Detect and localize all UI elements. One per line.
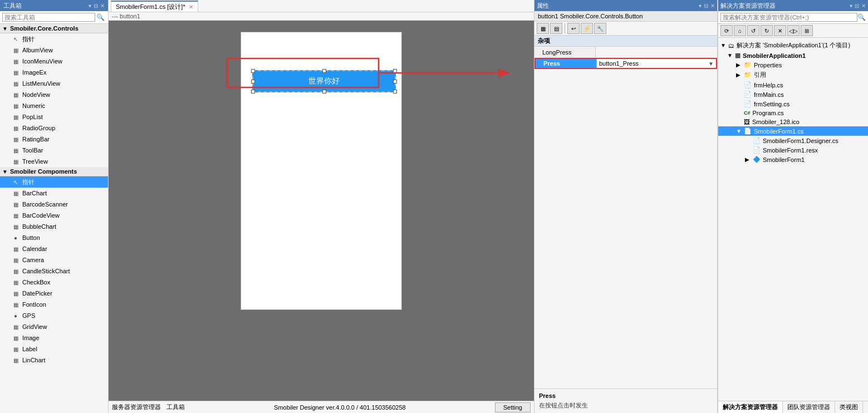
toolbox-item-button[interactable]: ● Button: [0, 232, 108, 243]
toolbox-search-button[interactable]: 🔍: [95, 13, 106, 21]
toolbox-item-linchart[interactable]: ▦ LinChart: [0, 355, 108, 366]
sol-item-properties[interactable]: ▶ 📁 Properties: [718, 60, 868, 70]
setting-button[interactable]: Setting: [495, 402, 531, 412]
sol-item-smobilerform1[interactable]: ▼ 📄 SmobilerForm1.cs: [718, 126, 868, 136]
toolbox-item-fonticon[interactable]: ▦ FontIcon: [0, 299, 108, 310]
sol-toolbar-btn-4[interactable]: ↻: [761, 25, 773, 36]
toolbox-item-toolbar[interactable]: ▦ ToolBar: [0, 145, 108, 156]
resize-handle-bl[interactable]: [251, 90, 255, 94]
solution-search-button[interactable]: 🔍: [857, 13, 866, 21]
resize-handle-r[interactable]: [393, 80, 397, 83]
prop-longpress-value[interactable]: [596, 47, 717, 57]
prop-longpress-input[interactable]: [598, 49, 715, 56]
sol-item-program[interactable]: C# Program.cs: [718, 109, 868, 117]
toolbox-item-calendar[interactable]: ▦ Calendar: [0, 243, 108, 254]
tab-close-btn[interactable]: ✕: [189, 4, 193, 10]
toolbox-item-camera[interactable]: ▦ Camera: [0, 254, 108, 266]
prop-toolbar-list-btn[interactable]: ▤: [550, 23, 562, 34]
solution-dock-btn[interactable]: ⊟: [855, 3, 859, 9]
sol-toolbar-btn-5[interactable]: ✕: [774, 25, 786, 36]
prop-toolbar-settings-btn[interactable]: 🔧: [594, 23, 606, 34]
solution-search-input[interactable]: [720, 13, 857, 22]
solution-close-btn[interactable]: ✕: [861, 3, 866, 9]
prop-press-value[interactable]: button1_Press ▼: [597, 59, 716, 68]
toolbar-label: ToolBar: [22, 147, 43, 154]
toolbox-item-barchart[interactable]: ▦ BarChart: [0, 188, 108, 199]
toolbox-dock-btn[interactable]: ⊟: [94, 3, 98, 9]
toolbox-item-datepicker[interactable]: ▦ DatePicker: [0, 288, 108, 299]
pointer2-icon: ↖: [11, 178, 20, 186]
toolbox-item-image[interactable]: ▦ Image: [0, 332, 108, 343]
toolbox-item-iconmenuview[interactable]: ▦ IconMenuView: [0, 56, 108, 67]
sol-item-frmmain[interactable]: 📄 frmMain.cs: [718, 90, 868, 99]
status-toolbox[interactable]: 工具箱: [166, 403, 185, 411]
prop-footer-desc: 在按钮点击时发生: [539, 401, 713, 410]
toolbox-item-candlestickchart[interactable]: ▦ CandleStickChart: [0, 266, 108, 277]
toolbox-item-gridview[interactable]: ▦ GridView: [0, 321, 108, 332]
selected-button[interactable]: 世界你好: [252, 70, 396, 92]
gridview-label: GridView: [22, 323, 47, 330]
solution-pin-btn[interactable]: ▾: [850, 3, 852, 9]
designer-canvas[interactable]: 世界你好: [109, 21, 534, 401]
sol-item-frmhelp[interactable]: 📄 frmHelp.cs: [718, 80, 868, 90]
sol-item-smobilerform1-node[interactable]: ▶ 🔷 SmobilerForm1: [718, 155, 868, 164]
sol-item-ico[interactable]: 🖼 Smobiler_128.ico: [718, 117, 868, 126]
toolbox-close-btn[interactable]: ✕: [100, 3, 105, 9]
properties-dock-btn[interactable]: ⊟: [704, 3, 708, 9]
resize-handle-tr[interactable]: [393, 69, 397, 73]
sol-toolbar-btn-7[interactable]: ⊞: [801, 25, 813, 36]
toolbox-item-treeview[interactable]: ▦ TreeView: [0, 156, 108, 167]
prop-row-longpress[interactable]: LongPress: [534, 47, 717, 58]
toolbox-group-core[interactable]: ▼ Smobiler.Core.Controls: [0, 24, 108, 33]
prop-press-dropdown-arrow[interactable]: ▼: [708, 61, 714, 67]
sol-toolbar-btn-2[interactable]: ⌂: [734, 25, 746, 36]
toolbox-item-radiogroup[interactable]: ▦ RadioGroup: [0, 122, 108, 134]
prop-toolbar-grid-btn[interactable]: ▦: [537, 23, 549, 34]
properties-pin-btn[interactable]: ▾: [699, 3, 702, 9]
resize-handle-l[interactable]: [251, 80, 255, 83]
toolbox-item-pointer1[interactable]: ↖ 指针: [0, 33, 108, 45]
sol-tab-class[interactable]: 类视图: [835, 401, 863, 413]
properties-close-btn[interactable]: ✕: [710, 3, 715, 9]
tab-designer[interactable]: SmobilerForm1.cs [设计]* ✕: [111, 1, 198, 12]
toolbox-item-imageex[interactable]: ▦ ImageEx: [0, 67, 108, 78]
toolbox-item-bubblechart[interactable]: ▦ BubbleChart: [0, 221, 108, 232]
prop-row-press-highlighted[interactable]: Press button1_Press ▼: [534, 58, 717, 69]
toolbox-pin-btn[interactable]: ▾: [89, 3, 91, 9]
calendar-label: Calendar: [22, 245, 47, 252]
sol-item-frmsetting[interactable]: 📄 frmSetting.cs: [718, 99, 868, 109]
sol-item-resx[interactable]: 📄 SmobilerForm1.resx: [718, 145, 868, 155]
resize-handle-tl[interactable]: [251, 69, 255, 73]
toolbox-item-checkbox[interactable]: ▦ CheckBox: [0, 277, 108, 288]
toolbox-item-ratingbar[interactable]: ▦ RatingBar: [0, 134, 108, 145]
status-server-explorer[interactable]: 服务器资源管理器: [112, 403, 161, 411]
toolbox-item-barcodeview[interactable]: ▦ BarCodeView: [0, 210, 108, 221]
sol-toolbar-btn-1[interactable]: ⟳: [720, 25, 733, 36]
toolbox-item-listmenuview[interactable]: ▦ ListMenuView: [0, 78, 108, 89]
sol-toolbar-btn-3[interactable]: ↺: [747, 25, 759, 36]
resize-handle-b[interactable]: [322, 90, 326, 94]
prop-longpress-name: LongPress: [534, 47, 596, 57]
sol-item-solution[interactable]: ▼ 🗂 解决方案 'SmobilerApplication1'(1 个项目): [718, 40, 868, 51]
resize-handle-t[interactable]: [322, 69, 326, 73]
toolbox-item-label[interactable]: ▦ Label: [0, 343, 108, 355]
sol-item-ref[interactable]: ▶ 📁 引用: [718, 70, 868, 80]
toolbox-item-poplist[interactable]: ▦ PopList: [0, 111, 108, 122]
sol-tab-team[interactable]: 团队资源管理器: [783, 401, 835, 413]
prop-toolbar-undo-btn[interactable]: ↩: [567, 23, 580, 34]
pointer2-label: 指针: [22, 178, 35, 186]
toolbox-item-barcodescanner[interactable]: ▦ BarcodeScanner: [0, 199, 108, 210]
sol-toolbar-btn-6[interactable]: ◁▷: [787, 25, 800, 36]
toolbox-search-input[interactable]: [2, 13, 95, 22]
toolbox-item-pointer2[interactable]: ↖ 指针: [0, 176, 108, 188]
toolbox-item-nodeview[interactable]: ▦ NodeView: [0, 89, 108, 100]
sol-item-designer-cs[interactable]: 📄 SmobilerForm1.Designer.cs: [718, 136, 868, 145]
sol-tab-solution[interactable]: 解决方案资源管理器: [718, 401, 783, 413]
toolbox-item-gps[interactable]: ● GPS: [0, 310, 108, 321]
toolbox-group-components[interactable]: ▼ Smobiler Compoments: [0, 167, 108, 176]
toolbox-item-numeric[interactable]: ▦ Numeric: [0, 100, 108, 111]
sol-item-app[interactable]: ▼ ▦ SmobilerApplication1: [718, 51, 868, 60]
prop-toolbar-event-btn[interactable]: ⚡: [581, 23, 593, 34]
resize-handle-br[interactable]: [393, 90, 397, 94]
toolbox-item-albumview[interactable]: ▦ AlbumView: [0, 45, 108, 56]
